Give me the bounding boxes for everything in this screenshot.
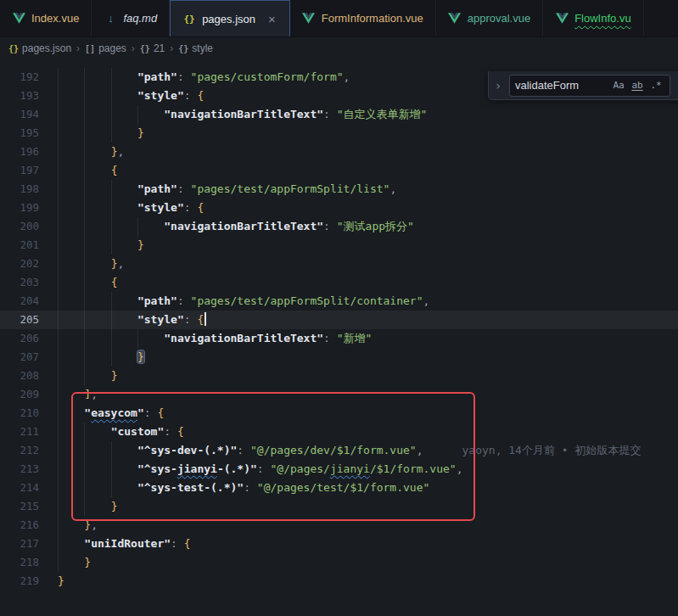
tab-forminformation-vue[interactable]: FormInformation.vue bbox=[290, 0, 436, 36]
regex-toggle[interactable]: .* bbox=[647, 77, 664, 94]
whole-word-toggle[interactable]: ab bbox=[629, 77, 646, 94]
code-text: }, bbox=[58, 255, 124, 273]
code-line[interactable]: 202 }, bbox=[0, 255, 678, 273]
vue-icon bbox=[448, 13, 462, 24]
editor[interactable]: 192 "path": "pages/customForm/form",193 … bbox=[0, 59, 678, 616]
code-token: } bbox=[137, 238, 144, 251]
code-line[interactable]: 200 "navigationBarTitleText": "测试app拆分" bbox=[0, 217, 678, 236]
code-line[interactable]: 212 "^sys-dev-(.*)": "@/pages/dev/$1/for… bbox=[0, 441, 678, 460]
tab-faq-md[interactable]: ↓faq.md bbox=[92, 0, 170, 36]
close-icon[interactable]: × bbox=[266, 12, 277, 26]
vue-icon bbox=[302, 13, 316, 24]
breadcrumb-label: pages bbox=[98, 42, 126, 54]
code-token: "navigationBarTitleText" bbox=[164, 332, 323, 344]
find-expand-chevron-icon[interactable]: › bbox=[492, 79, 504, 92]
tab-approval-vue[interactable]: approval.vue bbox=[436, 0, 543, 36]
code-line[interactable]: 204 "path": "pages/test/appFormSplit/con… bbox=[0, 292, 678, 311]
code-line[interactable]: 206 "navigationBarTitleText": "新增" bbox=[0, 329, 678, 348]
code-line[interactable]: 201 } bbox=[0, 236, 678, 255]
code-line[interactable]: 214 "^sys-test-(.*)": "@/pages/test/$1/f… bbox=[0, 479, 678, 497]
code-token: , bbox=[457, 462, 463, 475]
code-line[interactable]: 216 }, bbox=[0, 516, 678, 535]
code-token: : bbox=[244, 481, 257, 494]
indent-guide bbox=[84, 161, 110, 180]
code-token: "测试app拆分" bbox=[337, 220, 414, 232]
find-input[interactable] bbox=[515, 79, 608, 92]
code-line[interactable]: 196 }, bbox=[0, 143, 678, 161]
breadcrumb-item-pages-json[interactable]: {}pages.json bbox=[8, 42, 71, 54]
line-number: 214 bbox=[0, 479, 58, 497]
code-line[interactable]: 194 "navigationBarTitleText": "自定义表单新增" bbox=[0, 105, 678, 124]
tab-flowinfo-vu[interactable]: FlowInfo.vu bbox=[543, 0, 643, 36]
markdown-icon: ↓ bbox=[104, 12, 117, 25]
tab-label: faq.md bbox=[123, 12, 157, 25]
code-line[interactable]: 218 } bbox=[0, 553, 678, 572]
breadcrumb-item-style[interactable]: {}style bbox=[178, 42, 213, 54]
symbol-icon: {} bbox=[8, 44, 19, 53]
code-token: { bbox=[184, 537, 191, 550]
indent-guide bbox=[84, 311, 110, 329]
indent-guide bbox=[84, 87, 110, 105]
indent-guide bbox=[58, 497, 84, 516]
indent-guide bbox=[58, 460, 84, 479]
code-text: } bbox=[58, 124, 144, 143]
breadcrumb-label: 21 bbox=[154, 42, 165, 54]
indent-guide bbox=[58, 535, 84, 553]
code-line[interactable]: 203 { bbox=[0, 273, 678, 292]
line-number: 208 bbox=[0, 367, 58, 385]
code-text: "path": "pages/customForm/form", bbox=[58, 68, 350, 87]
indent-guide bbox=[58, 255, 84, 273]
code-token: { bbox=[197, 89, 204, 102]
breadcrumb-item-21[interactable]: {}21 bbox=[140, 42, 165, 54]
code-text: "navigationBarTitleText": "测试app拆分" bbox=[58, 217, 414, 236]
match-case-toggle[interactable]: Aa bbox=[610, 77, 627, 94]
code-line[interactable]: 207 } bbox=[0, 348, 678, 367]
code-line[interactable]: 213 "^sys-jianyi-(.*)": "@/pages/jianyi/… bbox=[0, 460, 678, 479]
indent-guide bbox=[58, 199, 84, 217]
find-toggles: Aaab.* bbox=[608, 77, 664, 94]
indent-guide bbox=[58, 441, 84, 460]
code-token: , bbox=[117, 257, 124, 270]
find-input-wrap: Aaab.* bbox=[509, 75, 670, 97]
code-text: { bbox=[58, 273, 117, 292]
code-text: } bbox=[58, 497, 117, 516]
tab-pages-json[interactable]: {}pages.json× bbox=[170, 0, 290, 36]
code-token: : bbox=[177, 70, 191, 83]
code-token: "style" bbox=[137, 201, 184, 214]
code-line[interactable]: 208 } bbox=[0, 367, 678, 385]
line-number: 193 bbox=[0, 87, 58, 105]
code-token: : bbox=[144, 406, 158, 419]
code-line[interactable]: 199 "style": { bbox=[0, 199, 678, 217]
code-token: "pages/customForm/form" bbox=[191, 70, 344, 83]
line-number: 194 bbox=[0, 105, 58, 124]
indent-guide bbox=[111, 180, 137, 199]
code-line[interactable]: 197 { bbox=[0, 161, 678, 180]
line-number: 215 bbox=[0, 497, 58, 516]
tab-index-vue[interactable]: Index.vue bbox=[0, 0, 92, 36]
code-line[interactable]: 205 "style": { bbox=[0, 311, 678, 329]
tab-label: approval.vue bbox=[468, 12, 530, 25]
indent-guide bbox=[58, 87, 84, 105]
indent-guide bbox=[58, 479, 84, 497]
code-token: "^sys-test-(.*)" bbox=[137, 481, 244, 494]
code-line[interactable]: 211 "custom": { bbox=[0, 423, 678, 441]
code-text: "easycom": { bbox=[58, 404, 164, 423]
indent-guide bbox=[137, 329, 164, 348]
code-token: "pages/test/appFormSplit/container" bbox=[191, 294, 423, 307]
code-line[interactable]: 198 "path": "pages/test/appFormSplit/lis… bbox=[0, 180, 678, 199]
code-line[interactable]: 195 } bbox=[0, 124, 678, 143]
code-line[interactable]: 210 "easycom": { bbox=[0, 404, 678, 423]
code-lines: 192 "path": "pages/customForm/form",193 … bbox=[0, 59, 678, 591]
line-number: 198 bbox=[0, 180, 58, 199]
code-token: { bbox=[111, 276, 118, 288]
code-line[interactable]: 217 "uniIdRouter": { bbox=[0, 535, 678, 553]
indent-guide bbox=[84, 348, 110, 367]
line-number: 210 bbox=[0, 404, 58, 423]
code-line[interactable]: 219} bbox=[0, 572, 678, 591]
code-token: "pages/test/appFormSplit/list" bbox=[191, 182, 390, 195]
code-text: } bbox=[58, 236, 144, 255]
indent-guide bbox=[84, 367, 110, 385]
breadcrumb-item-pages[interactable]: []pages bbox=[85, 42, 126, 54]
code-line[interactable]: 215 } bbox=[0, 497, 678, 516]
code-line[interactable]: 209 ], bbox=[0, 385, 678, 404]
